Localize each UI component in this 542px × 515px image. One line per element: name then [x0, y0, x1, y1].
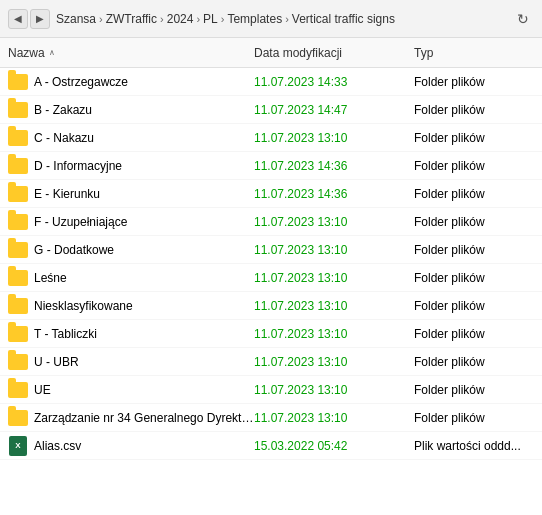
file-name: B - Zakazu: [34, 103, 254, 117]
refresh-button[interactable]: ↻: [512, 8, 534, 30]
list-item[interactable]: F - Uzupełniające 11.07.2023 13:10 Folde…: [0, 208, 542, 236]
file-date: 11.07.2023 13:10: [254, 327, 414, 341]
column-type-label: Typ: [414, 46, 433, 60]
file-type: Folder plików: [414, 355, 534, 369]
file-date: 11.07.2023 13:10: [254, 131, 414, 145]
breadcrumb-2024[interactable]: 2024: [167, 12, 194, 26]
titlebar: ◀ ▶ Szansa › ZWTraffic › 2024 › PL › Tem…: [0, 0, 542, 38]
file-type: Folder plików: [414, 411, 534, 425]
list-item[interactable]: B - Zakazu 11.07.2023 14:47 Folder plikó…: [0, 96, 542, 124]
sep-3: ›: [196, 13, 200, 25]
file-type: Folder plików: [414, 383, 534, 397]
forward-button[interactable]: ▶: [30, 9, 50, 29]
file-type: Folder plików: [414, 271, 534, 285]
file-type: Folder plików: [414, 131, 534, 145]
sep-2: ›: [160, 13, 164, 25]
folder-icon: [8, 184, 28, 204]
file-type: Folder plików: [414, 75, 534, 89]
list-item[interactable]: E - Kierunku 11.07.2023 14:36 Folder pli…: [0, 180, 542, 208]
sep-1: ›: [99, 13, 103, 25]
file-name: Zarządzanie nr 34 Generalnego Dyrektora …: [34, 411, 254, 425]
column-date[interactable]: Data modyfikacji: [254, 46, 414, 60]
list-item[interactable]: A - Ostrzegawcze 11.07.2023 14:33 Folder…: [0, 68, 542, 96]
file-date: 11.07.2023 13:10: [254, 383, 414, 397]
folder-icon: [8, 408, 28, 428]
file-name: U - UBR: [34, 355, 254, 369]
breadcrumb-zwtraffic[interactable]: ZWTraffic: [106, 12, 157, 26]
sep-5: ›: [285, 13, 289, 25]
file-name: A - Ostrzegawcze: [34, 75, 254, 89]
breadcrumb: Szansa › ZWTraffic › 2024 › PL › Templat…: [56, 12, 508, 26]
column-name-label: Nazwa: [8, 46, 45, 60]
list-item[interactable]: T - Tabliczki 11.07.2023 13:10 Folder pl…: [0, 320, 542, 348]
list-item[interactable]: U - UBR 11.07.2023 13:10 Folder plików: [0, 348, 542, 376]
file-type: Folder plików: [414, 215, 534, 229]
column-name[interactable]: Nazwa ∧: [8, 46, 254, 60]
list-item[interactable]: D - Informacyjne 11.07.2023 14:36 Folder…: [0, 152, 542, 180]
folder-icon: [8, 156, 28, 176]
navigation-buttons: ◀ ▶: [8, 9, 50, 29]
file-date: 11.07.2023 14:33: [254, 75, 414, 89]
file-type: Folder plików: [414, 103, 534, 117]
file-date: 11.07.2023 14:36: [254, 159, 414, 173]
file-name: Leśne: [34, 271, 254, 285]
folder-icon: [8, 100, 28, 120]
file-name: Niesklasyfikowane: [34, 299, 254, 313]
file-date: 11.07.2023 13:10: [254, 299, 414, 313]
column-headers: Nazwa ∧ Data modyfikacji Typ: [0, 38, 542, 68]
sep-4: ›: [221, 13, 225, 25]
list-item[interactable]: C - Nakazu 11.07.2023 13:10 Folder plikó…: [0, 124, 542, 152]
excel-icon: X: [8, 436, 28, 456]
file-list: A - Ostrzegawcze 11.07.2023 14:33 Folder…: [0, 68, 542, 515]
file-type: Folder plików: [414, 299, 534, 313]
file-date: 11.07.2023 14:47: [254, 103, 414, 117]
list-item[interactable]: Leśne 11.07.2023 13:10 Folder plików: [0, 264, 542, 292]
folder-icon: [8, 212, 28, 232]
list-item[interactable]: Zarządzanie nr 34 Generalnego Dyrektora …: [0, 404, 542, 432]
folder-icon: [8, 324, 28, 344]
file-name: E - Kierunku: [34, 187, 254, 201]
breadcrumb-szansa[interactable]: Szansa: [56, 12, 96, 26]
column-date-label: Data modyfikacji: [254, 46, 342, 60]
file-name: Alias.csv: [34, 439, 254, 453]
file-name: G - Dodatkowe: [34, 243, 254, 257]
list-item[interactable]: UE 11.07.2023 13:10 Folder plików: [0, 376, 542, 404]
file-date: 11.07.2023 13:10: [254, 271, 414, 285]
folder-icon: [8, 240, 28, 260]
file-date: 11.07.2023 14:36: [254, 187, 414, 201]
file-date: 11.07.2023 13:10: [254, 243, 414, 257]
file-date: 11.07.2023 13:10: [254, 215, 414, 229]
file-type: Folder plików: [414, 327, 534, 341]
file-type: Folder plików: [414, 243, 534, 257]
file-name: C - Nakazu: [34, 131, 254, 145]
list-item[interactable]: Niesklasyfikowane 11.07.2023 13:10 Folde…: [0, 292, 542, 320]
file-date: 11.07.2023 13:10: [254, 355, 414, 369]
folder-icon: [8, 380, 28, 400]
back-button[interactable]: ◀: [8, 9, 28, 29]
breadcrumb-templates[interactable]: Templates: [227, 12, 282, 26]
folder-icon: [8, 72, 28, 92]
list-item[interactable]: X Alias.csv 15.03.2022 05:42 Plik wartoś…: [0, 432, 542, 460]
file-name: T - Tabliczki: [34, 327, 254, 341]
file-name: UE: [34, 383, 254, 397]
file-type: Plik wartości oddd...: [414, 439, 534, 453]
folder-icon: [8, 268, 28, 288]
file-type: Folder plików: [414, 187, 534, 201]
file-name: F - Uzupełniające: [34, 215, 254, 229]
column-type[interactable]: Typ: [414, 46, 534, 60]
breadcrumb-current: Vertical traffic signs: [292, 12, 395, 26]
folder-icon: [8, 128, 28, 148]
folder-icon: [8, 352, 28, 372]
file-date: 11.07.2023 13:10: [254, 411, 414, 425]
breadcrumb-pl[interactable]: PL: [203, 12, 218, 26]
list-item[interactable]: G - Dodatkowe 11.07.2023 13:10 Folder pl…: [0, 236, 542, 264]
breadcrumb-nav: Szansa › ZWTraffic › 2024 › PL › Templat…: [56, 12, 395, 26]
file-name: D - Informacyjne: [34, 159, 254, 173]
file-date: 15.03.2022 05:42: [254, 439, 414, 453]
folder-icon: [8, 296, 28, 316]
sort-arrow-icon: ∧: [49, 48, 55, 57]
file-type: Folder plików: [414, 159, 534, 173]
